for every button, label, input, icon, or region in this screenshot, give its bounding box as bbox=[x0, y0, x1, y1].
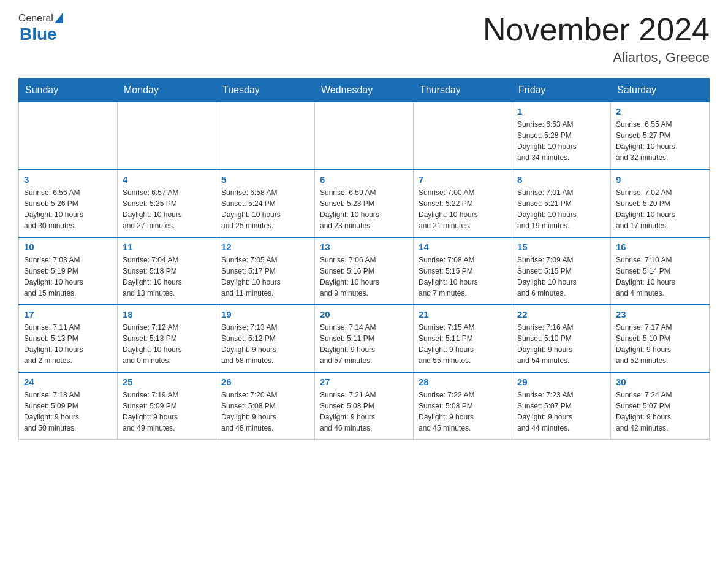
calendar-cell: 26Sunrise: 7:20 AM Sunset: 5:08 PM Dayli… bbox=[216, 372, 315, 440]
day-number: 27 bbox=[320, 377, 408, 387]
calendar-week-row: 3Sunrise: 6:56 AM Sunset: 5:26 PM Daylig… bbox=[19, 170, 710, 237]
day-info: Sunrise: 7:19 AM Sunset: 5:09 PM Dayligh… bbox=[123, 389, 211, 434]
day-info: Sunrise: 7:00 AM Sunset: 5:22 PM Dayligh… bbox=[419, 187, 507, 231]
header-sunday: Sunday bbox=[19, 79, 118, 102]
day-number: 19 bbox=[221, 309, 309, 320]
day-number: 15 bbox=[517, 242, 605, 252]
day-number: 18 bbox=[123, 309, 211, 320]
day-info: Sunrise: 7:09 AM Sunset: 5:15 PM Dayligh… bbox=[517, 255, 605, 299]
calendar-table: SundayMondayTuesdayWednesdayThursdayFrid… bbox=[18, 78, 710, 440]
day-info: Sunrise: 7:12 AM Sunset: 5:13 PM Dayligh… bbox=[123, 322, 211, 366]
calendar-cell: 2Sunrise: 6:55 AM Sunset: 5:27 PM Daylig… bbox=[611, 102, 710, 170]
day-number: 28 bbox=[419, 377, 507, 387]
day-number: 23 bbox=[616, 309, 704, 320]
day-info: Sunrise: 6:57 AM Sunset: 5:25 PM Dayligh… bbox=[123, 187, 211, 231]
calendar-cell: 12Sunrise: 7:05 AM Sunset: 5:17 PM Dayli… bbox=[216, 237, 315, 305]
day-number: 22 bbox=[517, 309, 605, 320]
day-number: 20 bbox=[320, 309, 408, 320]
day-number: 16 bbox=[616, 242, 704, 252]
day-info: Sunrise: 7:10 AM Sunset: 5:14 PM Dayligh… bbox=[616, 255, 704, 299]
day-number: 9 bbox=[616, 174, 704, 185]
day-number: 24 bbox=[24, 377, 112, 387]
day-number: 12 bbox=[221, 242, 309, 252]
day-info: Sunrise: 7:13 AM Sunset: 5:12 PM Dayligh… bbox=[221, 322, 309, 366]
day-info: Sunrise: 7:11 AM Sunset: 5:13 PM Dayligh… bbox=[24, 322, 112, 366]
header-thursday: Thursday bbox=[414, 79, 512, 102]
day-info: Sunrise: 7:22 AM Sunset: 5:08 PM Dayligh… bbox=[419, 389, 507, 434]
calendar-cell: 5Sunrise: 6:58 AM Sunset: 5:24 PM Daylig… bbox=[216, 170, 315, 237]
day-number: 13 bbox=[320, 242, 408, 252]
calendar-cell bbox=[19, 102, 118, 170]
calendar-cell: 25Sunrise: 7:19 AM Sunset: 5:09 PM Dayli… bbox=[118, 372, 216, 440]
header-monday: Monday bbox=[118, 79, 216, 102]
calendar-cell: 27Sunrise: 7:21 AM Sunset: 5:08 PM Dayli… bbox=[315, 372, 414, 440]
calendar-cell: 29Sunrise: 7:23 AM Sunset: 5:07 PM Dayli… bbox=[512, 372, 611, 440]
calendar-cell: 17Sunrise: 7:11 AM Sunset: 5:13 PM Dayli… bbox=[19, 305, 118, 372]
logo-text-blue: Blue bbox=[20, 25, 63, 44]
day-number: 5 bbox=[221, 174, 309, 185]
day-number: 25 bbox=[123, 377, 211, 387]
day-info: Sunrise: 6:58 AM Sunset: 5:24 PM Dayligh… bbox=[221, 187, 309, 231]
calendar-cell: 8Sunrise: 7:01 AM Sunset: 5:21 PM Daylig… bbox=[512, 170, 611, 237]
calendar-cell bbox=[216, 102, 315, 170]
calendar-cell: 4Sunrise: 6:57 AM Sunset: 5:25 PM Daylig… bbox=[118, 170, 216, 237]
header-friday: Friday bbox=[512, 79, 611, 102]
day-number: 2 bbox=[616, 106, 704, 117]
calendar-cell: 16Sunrise: 7:10 AM Sunset: 5:14 PM Dayli… bbox=[611, 237, 710, 305]
day-number: 4 bbox=[123, 174, 211, 185]
calendar-cell: 13Sunrise: 7:06 AM Sunset: 5:16 PM Dayli… bbox=[315, 237, 414, 305]
calendar-cell bbox=[414, 102, 512, 170]
day-number: 14 bbox=[419, 242, 507, 252]
day-info: Sunrise: 7:06 AM Sunset: 5:16 PM Dayligh… bbox=[320, 255, 408, 299]
calendar-week-row: 24Sunrise: 7:18 AM Sunset: 5:09 PM Dayli… bbox=[19, 372, 710, 440]
calendar-cell: 11Sunrise: 7:04 AM Sunset: 5:18 PM Dayli… bbox=[118, 237, 216, 305]
day-number: 3 bbox=[24, 174, 112, 185]
day-info: Sunrise: 7:14 AM Sunset: 5:11 PM Dayligh… bbox=[320, 322, 408, 366]
location-title: Aliartos, Greece bbox=[483, 50, 710, 66]
logo-triangle-icon bbox=[55, 12, 63, 23]
day-info: Sunrise: 7:17 AM Sunset: 5:10 PM Dayligh… bbox=[616, 322, 704, 366]
logo: General Blue bbox=[18, 12, 63, 44]
calendar-cell: 14Sunrise: 7:08 AM Sunset: 5:15 PM Dayli… bbox=[414, 237, 512, 305]
day-number: 1 bbox=[517, 106, 605, 117]
calendar-cell: 10Sunrise: 7:03 AM Sunset: 5:19 PM Dayli… bbox=[19, 237, 118, 305]
calendar-cell: 6Sunrise: 6:59 AM Sunset: 5:23 PM Daylig… bbox=[315, 170, 414, 237]
header-tuesday: Tuesday bbox=[216, 79, 315, 102]
calendar-cell: 3Sunrise: 6:56 AM Sunset: 5:26 PM Daylig… bbox=[19, 170, 118, 237]
calendar-cell: 22Sunrise: 7:16 AM Sunset: 5:10 PM Dayli… bbox=[512, 305, 611, 372]
calendar-cell: 20Sunrise: 7:14 AM Sunset: 5:11 PM Dayli… bbox=[315, 305, 414, 372]
day-info: Sunrise: 7:18 AM Sunset: 5:09 PM Dayligh… bbox=[24, 389, 112, 434]
day-number: 6 bbox=[320, 174, 408, 185]
day-number: 7 bbox=[419, 174, 507, 185]
calendar-cell: 7Sunrise: 7:00 AM Sunset: 5:22 PM Daylig… bbox=[414, 170, 512, 237]
day-info: Sunrise: 7:20 AM Sunset: 5:08 PM Dayligh… bbox=[221, 389, 309, 434]
day-info: Sunrise: 7:01 AM Sunset: 5:21 PM Dayligh… bbox=[517, 187, 605, 231]
calendar-cell bbox=[118, 102, 216, 170]
calendar-cell: 24Sunrise: 7:18 AM Sunset: 5:09 PM Dayli… bbox=[19, 372, 118, 440]
day-info: Sunrise: 7:04 AM Sunset: 5:18 PM Dayligh… bbox=[123, 255, 211, 299]
day-number: 8 bbox=[517, 174, 605, 185]
day-info: Sunrise: 7:21 AM Sunset: 5:08 PM Dayligh… bbox=[320, 389, 408, 434]
calendar-cell bbox=[315, 102, 414, 170]
calendar-header-row: SundayMondayTuesdayWednesdayThursdayFrid… bbox=[19, 79, 710, 102]
calendar-cell: 30Sunrise: 7:24 AM Sunset: 5:07 PM Dayli… bbox=[611, 372, 710, 440]
day-number: 21 bbox=[419, 309, 507, 320]
day-number: 29 bbox=[517, 377, 605, 387]
page-header: General Blue November 2024 Aliartos, Gre… bbox=[18, 12, 710, 66]
day-info: Sunrise: 7:03 AM Sunset: 5:19 PM Dayligh… bbox=[24, 255, 112, 299]
calendar-cell: 9Sunrise: 7:02 AM Sunset: 5:20 PM Daylig… bbox=[611, 170, 710, 237]
calendar-week-row: 17Sunrise: 7:11 AM Sunset: 5:13 PM Dayli… bbox=[19, 305, 710, 372]
day-info: Sunrise: 7:24 AM Sunset: 5:07 PM Dayligh… bbox=[616, 389, 704, 434]
day-number: 10 bbox=[24, 242, 112, 252]
calendar-cell: 15Sunrise: 7:09 AM Sunset: 5:15 PM Dayli… bbox=[512, 237, 611, 305]
day-info: Sunrise: 6:59 AM Sunset: 5:23 PM Dayligh… bbox=[320, 187, 408, 231]
header-wednesday: Wednesday bbox=[315, 79, 414, 102]
calendar-cell: 19Sunrise: 7:13 AM Sunset: 5:12 PM Dayli… bbox=[216, 305, 315, 372]
day-info: Sunrise: 7:16 AM Sunset: 5:10 PM Dayligh… bbox=[517, 322, 605, 366]
month-title: November 2024 bbox=[483, 12, 710, 47]
day-info: Sunrise: 6:55 AM Sunset: 5:27 PM Dayligh… bbox=[616, 119, 704, 163]
calendar-cell: 1Sunrise: 6:53 AM Sunset: 5:28 PM Daylig… bbox=[512, 102, 611, 170]
day-number: 26 bbox=[221, 377, 309, 387]
day-info: Sunrise: 7:02 AM Sunset: 5:20 PM Dayligh… bbox=[616, 187, 704, 231]
day-info: Sunrise: 7:23 AM Sunset: 5:07 PM Dayligh… bbox=[517, 389, 605, 434]
